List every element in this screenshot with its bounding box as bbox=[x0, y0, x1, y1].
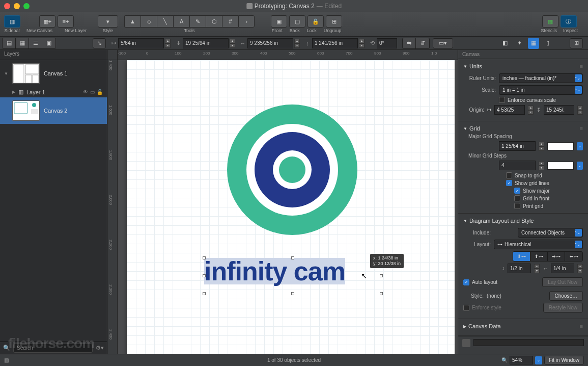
inspector-tab-object[interactable]: ◧ bbox=[499, 38, 511, 49]
disclosure-icon[interactable]: ▶ bbox=[12, 90, 15, 94]
units-title-row[interactable]: ▼Units≡ bbox=[463, 61, 583, 71]
w-input[interactable] bbox=[247, 38, 293, 48]
zoom-input[interactable] bbox=[510, 356, 533, 364]
resize-handle-n[interactable] bbox=[291, 256, 294, 259]
inspect-button[interactable]: ⓘ bbox=[561, 15, 577, 28]
restyle-button[interactable]: Restyle Now bbox=[543, 303, 583, 312]
target-graphic[interactable] bbox=[226, 103, 358, 237]
tool-text[interactable]: A bbox=[173, 15, 189, 28]
minor-line-swatch[interactable] bbox=[547, 162, 574, 170]
ruler-vertical[interactable]: 1,4001,6001,8002,0002,2002,3002,400 bbox=[107, 60, 118, 354]
resize-handle-sw[interactable] bbox=[203, 292, 206, 295]
canvas-page[interactable]: infinity cam x: 1 24/38 in y: 30 12/38 i… bbox=[127, 60, 455, 354]
stencils-button[interactable]: ▦ bbox=[542, 15, 558, 28]
h-stepper[interactable]: ▴▾ bbox=[359, 39, 365, 48]
visibility-icon[interactable]: 👁 bbox=[83, 89, 88, 95]
rotate-input[interactable] bbox=[377, 38, 397, 48]
new-layer-button[interactable]: ≡+ bbox=[58, 15, 74, 28]
origin-icon[interactable]: ↘ bbox=[93, 38, 106, 48]
footer-icon-1[interactable] bbox=[462, 339, 470, 347]
inspector-tab-canvas[interactable]: ▦ bbox=[528, 38, 539, 49]
canvas-data-title-row[interactable]: ▶Canvas Data≡ bbox=[463, 321, 583, 331]
layout-title-row[interactable]: ▼Diagram Layout and Style≡ bbox=[463, 216, 583, 226]
grip-icon[interactable]: ≡ bbox=[580, 63, 583, 69]
show-major-check[interactable]: ✓Show major bbox=[514, 188, 583, 194]
view-selection-icon[interactable]: ▣ bbox=[42, 38, 55, 48]
auto-layout-check[interactable]: ✓Auto layout bbox=[463, 279, 497, 285]
layer-item-1[interactable]: ▶ ▥ Layer 1 👁 ▭ 🔓 bbox=[0, 87, 107, 97]
minor-steps-input[interactable] bbox=[499, 161, 536, 170]
dir-down-icon[interactable]: ⬇⊶ bbox=[513, 252, 530, 261]
grip-icon[interactable]: ≡ bbox=[580, 323, 583, 329]
canvas-text[interactable]: infinity cam bbox=[204, 258, 345, 284]
style-button[interactable]: ▾ bbox=[98, 15, 118, 28]
view-outline-icon[interactable]: ▦ bbox=[16, 38, 29, 48]
tool-select[interactable]: ▲ bbox=[124, 15, 141, 28]
x-input[interactable] bbox=[118, 38, 164, 48]
enforce-style-check[interactable]: Enforce style bbox=[463, 305, 501, 311]
text-selection[interactable]: infinity cam bbox=[204, 258, 381, 294]
minor-steps-stepper[interactable]: ▴▾ bbox=[539, 161, 544, 170]
choose-style-button[interactable]: Choose… bbox=[549, 291, 583, 301]
lock-button[interactable]: 🔒 bbox=[307, 15, 324, 28]
front-button[interactable]: ▣ bbox=[271, 15, 287, 28]
major-color-button[interactable]: ⌄ bbox=[577, 142, 583, 150]
resize-handle-e[interactable] bbox=[380, 274, 383, 277]
origin-y-input[interactable] bbox=[544, 105, 574, 115]
x-stepper[interactable]: ▴▾ bbox=[165, 39, 171, 48]
enforce-scale-check[interactable]: Enforce canvas scale bbox=[499, 97, 556, 103]
sidebar-toggle-button[interactable]: ▥ bbox=[4, 15, 20, 28]
scale-select[interactable]: 1 in = 1 in⌃⌄ bbox=[499, 85, 583, 95]
print-icon[interactable]: ▭ bbox=[90, 89, 95, 95]
close-button[interactable] bbox=[4, 3, 10, 9]
zoom-dropdown[interactable]: ⌄ bbox=[535, 356, 542, 364]
origin-x-stepper[interactable]: ▴▾ bbox=[528, 106, 534, 115]
tool-grid[interactable]: # bbox=[222, 15, 238, 28]
footer-slider[interactable] bbox=[473, 339, 584, 346]
canvas-item-2[interactable]: Canvas 2 bbox=[0, 97, 107, 124]
show-lines-check[interactable]: ✓Show grid lines bbox=[506, 180, 583, 186]
print-grid-check[interactable]: Print grid bbox=[514, 203, 583, 209]
ruler-horizontal[interactable]: -10001002003004005006007008009001,0 bbox=[118, 50, 458, 60]
view-list-icon[interactable]: ☰ bbox=[29, 38, 42, 48]
inspector-tab-document[interactable]: ▯ bbox=[542, 38, 553, 49]
view-layers-icon[interactable]: ▤ bbox=[3, 38, 16, 48]
resize-handle-se[interactable] bbox=[380, 292, 383, 295]
layout-select[interactable]: ⊶Hierarchical⌃⌄ bbox=[494, 240, 583, 249]
size-mode-button[interactable]: ▭▾ bbox=[433, 38, 453, 48]
tool-point[interactable]: ⬡ bbox=[206, 15, 222, 28]
gear-icon[interactable]: ⚙▾ bbox=[96, 345, 104, 351]
grid-toggle-icon[interactable]: ⊞ bbox=[570, 38, 583, 48]
flip-h-icon[interactable]: ⇋ bbox=[403, 38, 416, 48]
hspace-input[interactable] bbox=[551, 264, 574, 273]
maximize-button[interactable] bbox=[23, 3, 30, 9]
vspace-stepper[interactable]: ▴▾ bbox=[534, 264, 540, 273]
major-spacing-input[interactable] bbox=[499, 141, 536, 151]
grid-title-row[interactable]: ▼Grid≡ bbox=[463, 123, 583, 134]
major-line-swatch[interactable] bbox=[547, 142, 574, 150]
resize-handle-w[interactable] bbox=[203, 274, 206, 277]
lay-out-now-button[interactable]: Lay Out Now bbox=[542, 277, 583, 287]
vspace-input[interactable] bbox=[508, 264, 531, 273]
direction-segment[interactable]: ⬇⊶ ⬆⊶ ➡⊶ ⬅⊶ bbox=[513, 251, 583, 262]
ruler-units-select[interactable]: inches — fractional (in)*⌃⌄ bbox=[499, 73, 583, 83]
minor-color-button[interactable]: ⌄ bbox=[577, 162, 583, 170]
dir-left-icon[interactable]: ⬅⊶ bbox=[565, 252, 582, 261]
canvas-item-1[interactable]: ▼ Canvas 1 bbox=[0, 60, 107, 87]
hspace-stepper[interactable]: ▴▾ bbox=[577, 264, 583, 273]
canvas-viewport[interactable]: infinity cam x: 1 24/38 in y: 30 12/38 i… bbox=[118, 60, 458, 354]
h-input[interactable] bbox=[312, 38, 358, 48]
tool-line[interactable]: ╲ bbox=[157, 15, 173, 28]
origin-y-stepper[interactable]: ▴▾ bbox=[577, 106, 583, 115]
search-input[interactable] bbox=[13, 344, 93, 353]
y-stepper[interactable]: ▴▾ bbox=[230, 39, 235, 48]
lock-icon[interactable]: 🔓 bbox=[97, 89, 103, 95]
tool-browse[interactable]: › bbox=[238, 15, 255, 28]
dir-right-icon[interactable]: ➡⊶ bbox=[548, 252, 565, 261]
minimize-button[interactable] bbox=[14, 3, 20, 9]
tool-pen[interactable]: ✎ bbox=[189, 15, 206, 28]
grid-front-check[interactable]: Grid in front bbox=[514, 195, 583, 201]
major-spacing-stepper[interactable]: ▴▾ bbox=[539, 142, 544, 151]
tool-shape[interactable]: ◇ bbox=[141, 15, 157, 28]
origin-x-input[interactable] bbox=[494, 105, 525, 115]
